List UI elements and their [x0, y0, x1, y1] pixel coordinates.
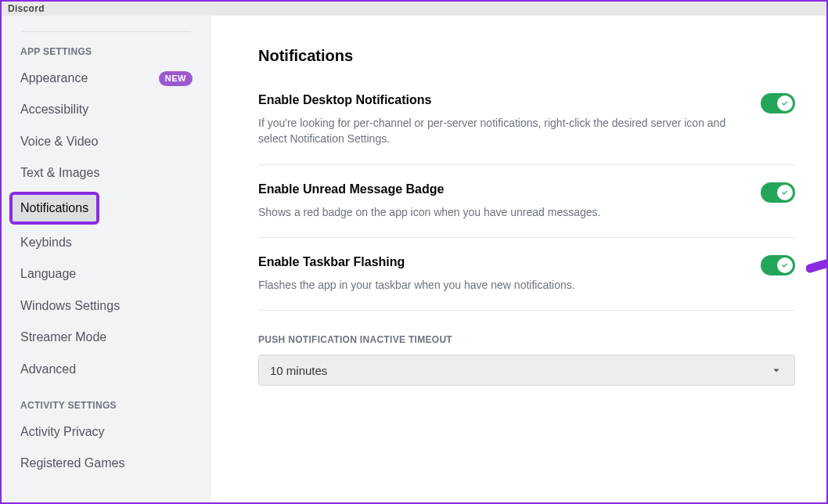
sidebar-item-label: Keybinds: [20, 234, 72, 251]
sidebar-item-streamer-mode[interactable]: Streamer Mode: [9, 322, 203, 352]
setting-title: Enable Desktop Notifications: [258, 93, 745, 107]
new-badge: NEW: [159, 71, 193, 86]
sidebar-item-advanced[interactable]: Advanced: [9, 355, 203, 384]
sidebar-item-label: Streamer Mode: [20, 329, 106, 346]
checkmark-icon: [780, 188, 790, 197]
setting-description: Shows a red badge on the app icon when y…: [258, 204, 745, 220]
sidebar-item-windows-settings[interactable]: Windows Settings: [9, 291, 203, 321]
select-value: 10 minutes: [270, 364, 327, 377]
setting-title: Enable Taskbar Flashing: [258, 255, 745, 269]
toggle-taskbar-flashing[interactable]: [761, 255, 795, 275]
sidebar-item-label: Language: [20, 265, 76, 283]
checkmark-icon: [780, 261, 790, 270]
divider: [258, 310, 795, 311]
settings-content: Notifications Enable Desktop Notificatio…: [211, 16, 826, 502]
setting-taskbar-flashing: Enable Taskbar Flashing Flashes the app …: [258, 255, 795, 310]
toggle-knob: [777, 185, 793, 200]
toggle-knob: [777, 257, 793, 273]
sidebar-item-notifications[interactable]: Notifications: [13, 195, 96, 221]
sidebar-item-keybinds[interactable]: Keybinds: [9, 228, 203, 257]
sidebar-section-app-settings: APP SETTINGS: [9, 32, 203, 62]
sidebar-section-activity-settings: ACTIVITY SETTINGS: [9, 386, 203, 416]
push-timeout-header: PUSH NOTIFICATION INACTIVE TIMEOUT: [258, 334, 795, 345]
sidebar-item-label: Activity Privacy: [20, 423, 105, 441]
sidebar-item-label: Text & Images: [20, 164, 99, 182]
sidebar-item-label: Windows Settings: [20, 297, 120, 315]
sidebar-item-label: Voice & Video: [20, 133, 98, 150]
sidebar-item-label: Registered Games: [20, 455, 124, 472]
sidebar-item-language[interactable]: Language: [9, 259, 203, 289]
sidebar-item-voice-video[interactable]: Voice & Video: [9, 127, 203, 157]
window-titlebar: Discord: [2, 2, 826, 16]
sidebar-item-activity-privacy[interactable]: Activity Privacy: [9, 417, 203, 447]
chevron-down-icon: [769, 363, 783, 377]
divider: [258, 164, 795, 165]
checkmark-icon: [780, 99, 790, 108]
toggle-desktop-notifications[interactable]: [761, 93, 795, 113]
sidebar-item-label: Appearance: [20, 70, 88, 87]
sidebar-item-label: Accessibility: [20, 101, 88, 118]
setting-description: If you're looking for per-channel or per…: [258, 115, 745, 147]
sidebar-item-text-images[interactable]: Text & Images: [9, 158, 203, 188]
sidebar-item-appearance[interactable]: Appearance NEW: [9, 63, 203, 93]
setting-title: Enable Unread Message Badge: [258, 182, 745, 196]
push-timeout-select[interactable]: 10 minutes: [258, 355, 795, 386]
sidebar-item-label: Notifications: [20, 200, 88, 217]
sidebar-item-registered-games[interactable]: Registered Games: [9, 448, 203, 478]
divider: [258, 237, 795, 238]
setting-unread-badge: Enable Unread Message Badge Shows a red …: [258, 182, 795, 237]
toggle-unread-badge[interactable]: [761, 182, 795, 203]
sidebar-item-accessibility[interactable]: Accessibility: [9, 95, 203, 124]
page-title: Notifications: [258, 47, 795, 65]
setting-description: Flashes the app in your taskbar when you…: [258, 277, 745, 293]
settings-sidebar: APP SETTINGS Appearance NEW Accessibilit…: [2, 16, 211, 502]
annotation-highlight: Notifications: [9, 192, 99, 225]
setting-desktop-notifications: Enable Desktop Notifications If you're l…: [258, 93, 795, 164]
sidebar-item-label: Advanced: [20, 361, 76, 378]
toggle-knob: [777, 95, 793, 111]
annotation-arrow-icon: [806, 241, 826, 280]
